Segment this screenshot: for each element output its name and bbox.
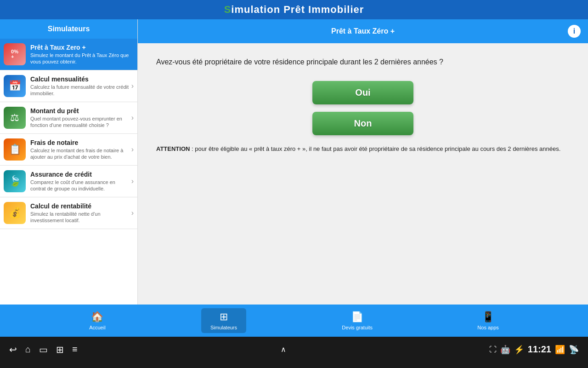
mensualites-title: Calcul mensualités	[30, 75, 131, 83]
devis-icon: 📄	[351, 311, 363, 323]
nav-item-apps[interactable]: 📱 Nos apps	[468, 308, 508, 333]
rentabilite-arrow: ›	[131, 209, 134, 217]
status-left: ↩ ⌂ ▭ ⊞ ≡	[9, 344, 78, 355]
attention-text: ATTENTION : pour être éligible au « prêt…	[156, 144, 570, 154]
nav-item-devis[interactable]: 📄 Devis gratuits	[333, 308, 382, 333]
content-area: Prêt à Taux Zéro + i Avez-vous été propr…	[138, 19, 588, 305]
status-bar: ↩ ⌂ ▭ ⊞ ≡ ∧ ⛶ 🤖 ⚡ 11:21 📶 📡	[0, 337, 588, 362]
sidebar-item-mensualites[interactable]: 📅 Calcul mensualités Calculez la future …	[0, 70, 137, 102]
s-letter: S	[224, 4, 232, 15]
main-layout: Simulateurs 0%+ Prêt à Taux Zero + Simul…	[0, 19, 588, 305]
grid-icon[interactable]: ⊞	[56, 344, 64, 355]
attention-label: ATTENTION	[156, 145, 190, 152]
assurance-icon: 🍃	[4, 170, 26, 192]
sidebar-item-montant[interactable]: ⚖ Montant du prêt Quel montant pouvez-vo…	[0, 102, 137, 134]
ptz-desc: Simulez le montant du Prêt à Taux Zéro q…	[30, 52, 134, 65]
content-header-title: Prêt à Taux Zéro +	[158, 27, 568, 35]
assurance-title: Assurance de crédit	[30, 171, 131, 178]
signal-icon: 📡	[569, 345, 579, 355]
sidebar-header: Simulateurs	[0, 19, 137, 39]
info-button[interactable]: i	[568, 25, 581, 38]
question-text: Avez-vous été propriétaire de votre rési…	[156, 57, 570, 67]
non-button[interactable]: Non	[312, 112, 413, 135]
assurance-arrow: ›	[131, 177, 134, 185]
mensualites-arrow: ›	[131, 82, 134, 90]
calc-icon: 📅	[4, 75, 26, 97]
app-title-text: imulation Prêt Immobilier	[231, 4, 364, 15]
assurance-desc: Comparez le coût d'une assurance en cont…	[30, 179, 131, 192]
ptz-icon: 0%+	[4, 43, 26, 65]
fullscreen-icon: ⛶	[489, 345, 497, 354]
mensualites-desc: Calculez la future mensualité de votre c…	[30, 84, 131, 97]
sidebar-item-rentabilite[interactable]: 💰 Calcul de rentabilité Simulez la renta…	[0, 197, 137, 229]
oui-button[interactable]: Oui	[312, 81, 413, 104]
content-header: Prêt à Taux Zéro + i	[138, 19, 588, 43]
nav-item-accueil[interactable]: 🏠 Accueil	[80, 308, 114, 333]
menu-icon[interactable]: ≡	[72, 344, 78, 355]
nav-item-simulateurs[interactable]: ⊞ Simulateurs	[201, 308, 246, 333]
simulateurs-icon: ⊞	[220, 311, 228, 323]
bottom-nav: 🏠 Accueil ⊞ Simulateurs 📄 Devis gratuits…	[0, 305, 588, 337]
accueil-icon: 🏠	[91, 311, 103, 323]
apps-label: Nos apps	[477, 325, 498, 330]
status-right: ⛶ 🤖 ⚡ 11:21 📶 📡	[489, 344, 579, 355]
frais-desc: Calculez le montant des frais de notaire…	[30, 147, 131, 161]
montant-arrow: ›	[131, 114, 134, 122]
devis-label: Devis gratuits	[342, 325, 373, 330]
ptz-title: Prêt à Taux Zero +	[30, 44, 134, 51]
content-body: Avez-vous été propriétaire de votre rési…	[138, 43, 588, 168]
accueil-label: Accueil	[89, 325, 105, 330]
montant-desc: Quel montant pouvez-vous emprunter en fo…	[30, 115, 131, 129]
android-icon: 🤖	[500, 345, 510, 355]
frais-title: Frais de notaire	[30, 139, 131, 146]
apps-icon: 📱	[482, 311, 494, 323]
status-time: 11:21	[528, 344, 551, 355]
rentabilite-title: Calcul de rentabilité	[30, 202, 131, 210]
attention-body: : pour être éligible au « prêt à taux zé…	[190, 145, 560, 152]
montant-icon: ⚖	[4, 107, 26, 129]
sidebar-item-frais[interactable]: 📋 Frais de notaire Calculez le montant d…	[0, 134, 137, 166]
recents-icon[interactable]: ▭	[39, 344, 48, 355]
rentabilite-desc: Simulez la rentabilité nette d'un invest…	[30, 211, 131, 224]
back-icon[interactable]: ↩	[9, 344, 17, 355]
frais-icon: 📋	[4, 138, 26, 161]
wifi-icon: 📶	[555, 345, 565, 355]
sidebar-item-assurance[interactable]: 🍃 Assurance de crédit Comparez le coût d…	[0, 166, 137, 197]
app-title-bar: Simulation Prêt Immobilier	[0, 0, 588, 19]
home-icon[interactable]: ⌂	[25, 344, 31, 355]
usb-icon: ⚡	[514, 345, 524, 355]
simulateurs-label: Simulateurs	[210, 325, 237, 330]
sidebar: Simulateurs 0%+ Prêt à Taux Zero + Simul…	[0, 19, 138, 305]
frais-arrow: ›	[131, 145, 134, 154]
sidebar-item-ptz[interactable]: 0%+ Prêt à Taux Zero + Simulez le montan…	[0, 39, 137, 70]
montant-title: Montant du prêt	[30, 107, 131, 115]
chevron-up-icon: ∧	[281, 345, 286, 354]
rentabilite-icon: 💰	[4, 202, 26, 224]
